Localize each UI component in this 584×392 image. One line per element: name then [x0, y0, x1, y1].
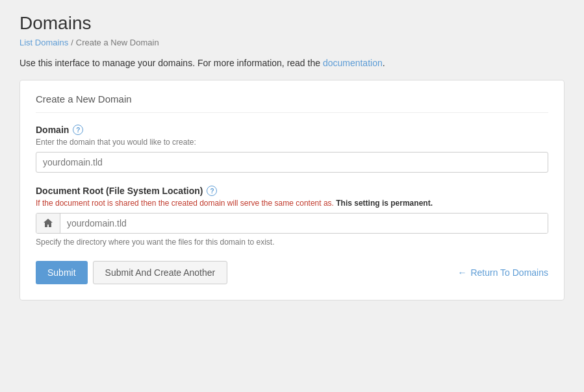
breadcrumb: List Domains / Create a New Domain	[19, 38, 565, 47]
domain-field-label: Domain ?	[36, 125, 548, 135]
docroot-input-wrapper	[36, 213, 548, 234]
domain-input[interactable]	[36, 152, 548, 173]
create-domain-card: Create a New Domain Domain ? Enter the d…	[19, 80, 565, 300]
docroot-warning-text: If the document root is shared then the …	[36, 199, 334, 208]
home-icon	[36, 214, 60, 233]
domain-label-text: Domain	[36, 125, 69, 135]
docroot-field-label: Document Root (File System Location) ?	[36, 186, 548, 196]
domain-field-group: Domain ? Enter the domain that you would…	[36, 125, 548, 173]
submit-another-button[interactable]: Submit And Create Another	[93, 261, 228, 284]
description-text: Use this interface to manage your domain…	[19, 58, 565, 68]
description-prefix: Use this interface to manage your domain…	[19, 58, 323, 68]
return-to-domains-link[interactable]: ← Return To Domains	[457, 267, 548, 278]
page-title: Domains	[19, 13, 565, 34]
breadcrumb-list-domains[interactable]: List Domains	[19, 38, 68, 47]
docroot-label-text: Document Root (File System Location)	[36, 186, 203, 196]
return-arrow-icon: ←	[457, 267, 466, 278]
actions-left: Submit Submit And Create Another	[36, 261, 227, 284]
actions-row: Submit Submit And Create Another ← Retur…	[36, 261, 548, 284]
docroot-help-icon[interactable]: ?	[207, 186, 217, 196]
return-label-text: Return To Domains	[470, 267, 548, 278]
breadcrumb-current: Create a New Domain	[76, 38, 159, 47]
docroot-warning-bold: This setting is permanent.	[336, 199, 433, 208]
domain-field-hint: Enter the domain that you would like to …	[36, 138, 548, 147]
submit-button[interactable]: Submit	[36, 261, 88, 284]
docroot-field-warning: If the document root is shared then the …	[36, 199, 548, 208]
domain-help-icon[interactable]: ?	[73, 125, 83, 135]
card-title: Create a New Domain	[36, 93, 548, 113]
breadcrumb-separator: /	[71, 38, 73, 47]
docroot-input[interactable]	[60, 214, 548, 233]
docroot-field-group: Document Root (File System Location) ? I…	[36, 186, 548, 247]
description-suffix: .	[383, 58, 385, 68]
documentation-link[interactable]: documentation	[323, 58, 383, 68]
docroot-subhint: Specify the directory where you want the…	[36, 238, 548, 247]
